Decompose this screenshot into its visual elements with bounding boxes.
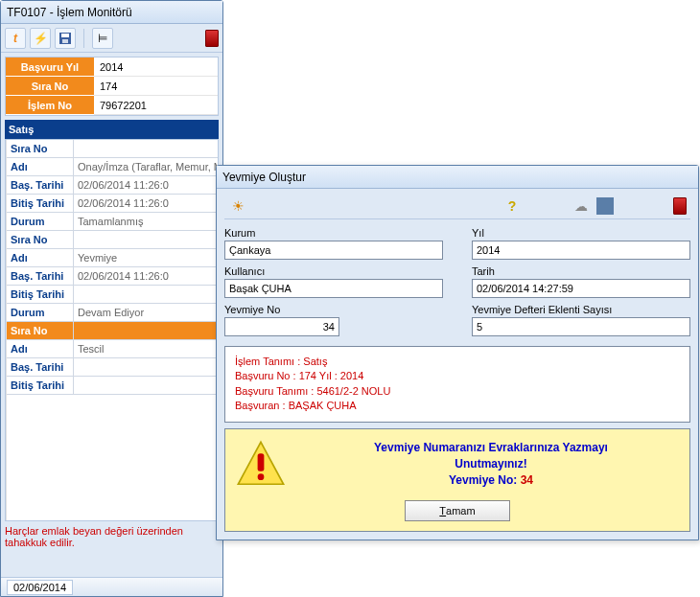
- label-yevmiye-no: Yevmiye No: [224, 304, 443, 315]
- dialog-close-icon[interactable]: [673, 197, 687, 215]
- app-icon[interactable]: t: [5, 28, 26, 49]
- sun-icon[interactable]: ☀: [228, 196, 247, 216]
- label-yil: Yıl: [472, 227, 690, 239]
- main-title: TF0107 - İşlem Monitörü: [7, 6, 132, 19]
- value-sira-no: 174: [94, 77, 218, 96]
- svg-rect-4: [258, 453, 265, 471]
- row-label-adi: Adı: [7, 249, 74, 266]
- sum-l1b: Satış: [303, 356, 327, 367]
- value-basvuru-yil: 2014: [94, 57, 218, 77]
- row-value-basTarihi: 02/06/2014 11:26:0: [74, 267, 219, 285]
- row-label-siraNo: Sıra No: [7, 231, 74, 248]
- value-islem-no: 79672201: [94, 96, 218, 115]
- summary-box: İşlem Tanımı : Satış Başvuru No : 174 Yı…: [224, 346, 690, 423]
- alert-text: Yevmiye Numaranızı Evraklarınıza Yazmayı…: [302, 440, 680, 488]
- dialog-titlebar[interactable]: Yevmiye Oluştur: [217, 166, 698, 189]
- row-label-adi: Adı: [7, 340, 74, 357]
- svg-point-5: [258, 473, 265, 480]
- main-window: TF0107 - İşlem Monitörü t ⚡ ⊨ Başvuru Yı…: [0, 0, 223, 597]
- status-date: 02/06/2014: [7, 580, 73, 595]
- table-row[interactable]: Bitiş Tarihi: [7, 377, 219, 395]
- input-yil[interactable]: [472, 241, 690, 260]
- row-label-durum: Durum: [7, 304, 74, 321]
- label-islem-no: İşlem No: [6, 96, 94, 115]
- row-label-adi: Adı: [7, 158, 74, 175]
- label-kurum: Kurum: [224, 227, 443, 239]
- close-icon[interactable]: [205, 30, 219, 47]
- row-value-bitisTarihi: [74, 286, 219, 303]
- dialog-title: Yevmiye Oluştur: [222, 171, 306, 184]
- row-value-siraNo: 14: [74, 231, 219, 248]
- row-label-bitisTarihi: Bitiş Tarihi: [7, 377, 74, 394]
- table-row[interactable]: AdıOnay/İmza (Taraflar, Memur, Md. Yrd.,…: [7, 158, 219, 176]
- main-titlebar[interactable]: TF0107 - İşlem Monitörü: [1, 1, 222, 24]
- label-eklenti: Yevmiye Defteri Eklenti Sayısı: [472, 304, 690, 315]
- row-value-basTarihi: [74, 358, 219, 376]
- alert-panel: Yevmiye Numaranızı Evraklarınıza Yazmayı…: [224, 428, 690, 532]
- row-value-adi: Yevmiye: [74, 249, 219, 266]
- cloud-icon[interactable]: ☁: [572, 196, 591, 216]
- table-row[interactable]: DurumDevam Ediyor: [7, 304, 219, 322]
- table-row[interactable]: Bitiş Tarihi02/06/2014 11:26:0: [7, 195, 219, 213]
- yevmiye-dialog: Yevmiye Oluştur ☀ ? ☁ Kurum Kullanıcı Ye…: [216, 165, 699, 540]
- input-yevmiye-no[interactable]: [224, 317, 339, 336]
- row-label-siraNo: Sıra No: [7, 140, 74, 157]
- row-value-siraNo: 15: [74, 322, 219, 339]
- input-eklenti[interactable]: [472, 317, 690, 336]
- row-label-basTarihi: Baş. Tarihi: [7, 176, 74, 194]
- tree-icon[interactable]: ⊨: [92, 28, 113, 49]
- footnote: Harçlar emlak beyan değeri üzerinden tah…: [5, 525, 219, 573]
- main-toolbar: t ⚡ ⊨: [1, 24, 222, 53]
- table-row[interactable]: AdıYevmiye: [7, 249, 219, 267]
- row-value-bitisTarihi: [74, 377, 219, 394]
- row-label-basTarihi: Baş. Tarihi: [7, 358, 74, 376]
- label-kullanici: Kullanıcı: [224, 265, 443, 277]
- page-icon[interactable]: [596, 197, 614, 215]
- alert-line2: Unutmayınız!: [302, 456, 680, 472]
- input-tarih[interactable]: [472, 279, 690, 298]
- save-icon[interactable]: [55, 28, 76, 49]
- lightning-icon[interactable]: ⚡: [30, 28, 51, 49]
- statusbar: 02/06/2014: [1, 577, 222, 596]
- row-value-durum: Devam Ediyor: [74, 304, 219, 321]
- table-row[interactable]: Sıra No15: [7, 322, 219, 340]
- dialog-toolbar: ☀ ? ☁: [224, 193, 690, 219]
- input-kurum[interactable]: [224, 241, 443, 260]
- row-value-basTarihi: 02/06/2014 11:26:0: [74, 176, 219, 194]
- svg-rect-2: [62, 39, 68, 43]
- input-kullanici[interactable]: [224, 279, 443, 298]
- row-value-siraNo: 13: [74, 140, 219, 157]
- row-label-durum: Durum: [7, 213, 74, 230]
- table-row[interactable]: Baş. Tarihi02/06/2014 11:26:0: [7, 176, 219, 195]
- table-row[interactable]: Sıra No14: [7, 231, 219, 249]
- sum-l1a: İşlem Tanımı :: [235, 356, 303, 367]
- row-value-adi: Tescil: [74, 340, 219, 357]
- toolbar-separator: [83, 29, 84, 48]
- table-row[interactable]: Baş. Tarihi: [7, 358, 219, 377]
- ok-underline: T: [439, 505, 446, 517]
- row-value-durum: Tamamlanmış: [74, 213, 219, 230]
- row-label-siraNo: Sıra No: [7, 322, 74, 339]
- section-title: Satış: [5, 120, 219, 139]
- row-value-adi: Onay/İmza (Taraflar, Memur, Md. Yrd., Mü…: [74, 158, 219, 175]
- header-form: Başvuru Yıl 2014 Sıra No 174 İşlem No 79…: [5, 57, 219, 116]
- help-icon[interactable]: ?: [502, 196, 522, 216]
- warning-icon: [235, 439, 287, 491]
- ok-rest: amam: [446, 505, 476, 517]
- table-row[interactable]: Bitiş Tarihi: [7, 286, 219, 304]
- table-row[interactable]: DurumTamamlanmış: [7, 213, 219, 231]
- row-label-bitisTarihi: Bitiş Tarihi: [7, 195, 74, 212]
- label-basvuru-yil: Başvuru Yıl: [6, 57, 94, 77]
- alert-line3-num: 34: [521, 473, 533, 487]
- table-row[interactable]: AdıTescil: [7, 340, 219, 358]
- sum-l2: Başvuru No : 174 Yıl : 2014: [235, 369, 680, 383]
- table-row[interactable]: Baş. Tarihi02/06/2014 11:26:0: [7, 267, 219, 286]
- ok-button[interactable]: Tamam: [405, 500, 510, 521]
- sum-l3: Başvuru Tanımı : 5461/2-2 NOLU: [235, 384, 680, 399]
- alert-line1: Yevmiye Numaranızı Evraklarınıza Yazmayı: [302, 440, 680, 456]
- row-label-bitisTarihi: Bitiş Tarihi: [7, 286, 74, 303]
- label-sira-no: Sıra No: [6, 77, 94, 96]
- alert-line3-prefix: Yevmiye No:: [449, 473, 521, 487]
- table-row[interactable]: Sıra No13: [7, 140, 219, 158]
- dialog-form: Kurum Kullanıcı Yevmiye No Yıl Tarih Yev…: [224, 223, 690, 336]
